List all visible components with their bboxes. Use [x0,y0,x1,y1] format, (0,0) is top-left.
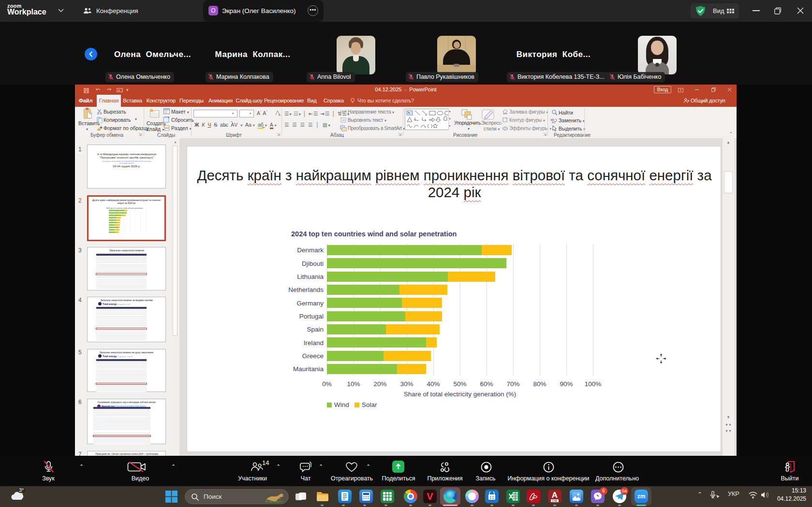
svg-text:A: A [344,109,347,113]
svg-text:ac: ac [552,120,556,124]
svg-text:2024 top ten countries wind an: 2024 top ten countries wind and solar pe… [106,207,143,209]
